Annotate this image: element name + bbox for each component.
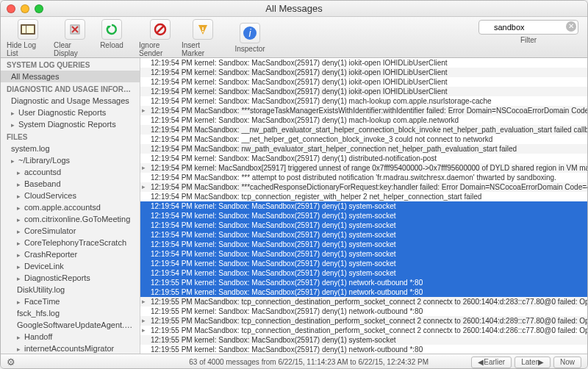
disclosure-icon[interactable]: ▸ (142, 163, 146, 173)
log-row[interactable]: ▸12:19:54 PM MacSandbox: ***cachedRespon… (140, 182, 587, 192)
sidebar-item[interactable]: accountsd (1, 166, 140, 178)
sidebar-item[interactable]: ~/Library/Logs (1, 154, 140, 166)
disclosure-icon[interactable]: ▸ (142, 297, 146, 307)
sidebar-item[interactable]: System Diagnostic Reports (1, 118, 140, 130)
panel-icon (18, 19, 38, 40)
sidebar-item[interactable]: CoreSimulator (1, 225, 140, 237)
sidebar-item[interactable]: Diagnostic and Usage Messages (1, 95, 140, 107)
sidebar-item[interactable]: FaceTime (1, 295, 140, 307)
sidebar-section-header: FILES (1, 130, 140, 143)
clear-display-button[interactable]: Clear Display (54, 19, 96, 57)
sidebar-item[interactable]: CrashReporter (1, 248, 140, 260)
toolbar: Hide Log List Clear Display Reload Ignor… (1, 17, 587, 58)
log-row[interactable]: 12:19:54 PM kernel: Sandbox: MacSandbox(… (140, 201, 587, 211)
log-row[interactable]: 12:19:54 PM kernel: Sandbox: MacSandbox(… (140, 87, 587, 96)
log-row[interactable]: 12:19:54 PM kernel: Sandbox: MacSandbox(… (140, 154, 587, 163)
info-icon: i (240, 23, 260, 43)
statusbar: ⚙ 63 of 4000 messages from 6/22/15, 11:1… (1, 354, 587, 369)
log-content[interactable]: 12:19:54 PM kernel: Sandbox: MacSandbox(… (140, 58, 587, 354)
log-row[interactable]: 12:19:54 PM kernel: Sandbox: MacSandbox(… (140, 68, 587, 77)
gear-icon[interactable]: ⚙ (7, 357, 15, 368)
disclosure-icon[interactable]: ▸ (142, 316, 146, 326)
ignore-icon (150, 19, 171, 40)
ignore-sender-button[interactable]: Ignore Sender (139, 19, 182, 57)
svg-rect-1 (22, 26, 26, 33)
earlier-button[interactable]: ◀ Earlier (471, 357, 512, 368)
log-row[interactable]: 12:19:54 PM kernel: Sandbox: MacSandbox(… (140, 77, 587, 87)
insert-marker-button[interactable]: Insert Marker (182, 19, 224, 57)
sidebar-item[interactable]: DiskUtility.log (1, 284, 140, 295)
sidebar: SYSTEM LOG QUERIESAll MessagesDIAGNOSTIC… (1, 58, 140, 354)
sidebar-item[interactable]: Handoff (1, 331, 140, 343)
now-button[interactable]: Now (553, 357, 581, 368)
log-row[interactable]: 12:19:54 PM kernel: Sandbox: MacSandbox(… (140, 115, 587, 125)
sidebar-item[interactable]: Baseband (1, 178, 140, 190)
sidebar-item[interactable]: DeviceLink (1, 260, 140, 272)
inspector-button[interactable]: i Inspector (229, 23, 271, 53)
log-row[interactable]: ▸12:19:55 PM MacSandbox: tcp_connection_… (140, 326, 587, 335)
svg-line-8 (157, 26, 164, 33)
sidebar-item[interactable]: system.log (1, 143, 140, 154)
disclosure-icon[interactable]: ▸ (142, 326, 146, 335)
sidebar-item[interactable]: GoogleSoftwareUpdateAgent.log (1, 319, 140, 331)
log-row[interactable]: 12:19:54 PM MacSandbox: *** attempt to p… (140, 173, 587, 182)
log-row[interactable]: 12:19:54 PM MacSandbox: tcp_connection_r… (140, 192, 587, 201)
marker-icon (193, 19, 213, 40)
log-row[interactable]: ▸12:19:55 PM MacSandbox: tcp_connection_… (140, 316, 587, 326)
later-button[interactable]: Later ▶ (514, 357, 551, 368)
log-row[interactable]: 12:19:55 PM kernel: Sandbox: MacSandbox(… (140, 278, 587, 287)
log-row[interactable]: 12:19:54 PM kernel: Sandbox: MacSandbox(… (140, 221, 587, 230)
titlebar: All Messages (1, 1, 587, 17)
filter-label: Filter (520, 36, 537, 44)
log-row[interactable]: ▸12:19:54 PM kernel: MacSandbox[25917] t… (140, 163, 587, 173)
sidebar-item[interactable]: com.citrixonline.GoToMeeting (1, 213, 140, 225)
sidebar-item[interactable]: All Messages (1, 71, 140, 82)
log-row[interactable]: 12:19:54 PM MacSandbox: nw_path_evaluato… (140, 144, 587, 154)
sidebar-item[interactable]: com.apple.accountsd (1, 201, 140, 213)
status-summary: 63 of 4000 messages from 6/22/15, 11:14:… (146, 358, 471, 366)
log-row[interactable]: 12:19:54 PM kernel: Sandbox: MacSandbox(… (140, 211, 587, 221)
log-row[interactable]: 12:19:54 PM kernel: Sandbox: MacSandbox(… (140, 58, 587, 68)
log-row[interactable]: 12:19:54 PM kernel: Sandbox: MacSandbox(… (140, 230, 587, 240)
log-row[interactable]: 12:19:54 PM kernel: Sandbox: MacSandbox(… (140, 268, 587, 278)
sidebar-item[interactable]: CoreTelephonyTraceScratch (1, 237, 140, 248)
log-row[interactable]: 12:19:54 PM kernel: Sandbox: MacSandbox(… (140, 249, 587, 259)
disclosure-icon[interactable]: ▸ (142, 106, 146, 115)
sidebar-section-header: SYSTEM LOG QUERIES (1, 58, 140, 71)
clear-icon (65, 19, 85, 40)
sidebar-item[interactable]: fsck_hfs.log (1, 307, 140, 319)
reload-button[interactable]: Reload (96, 19, 127, 57)
filter-input[interactable] (478, 20, 578, 35)
log-row[interactable]: 12:19:55 PM kernel: Sandbox: MacSandbox(… (140, 345, 587, 354)
sidebar-item[interactable]: DiagnosticReports (1, 272, 140, 284)
svg-rect-2 (26, 26, 34, 33)
log-row[interactable]: 12:19:55 PM kernel: Sandbox: MacSandbox(… (140, 335, 587, 345)
svg-point-11 (202, 31, 204, 32)
log-row[interactable]: 12:19:55 PM kernel: Sandbox: MacSandbox(… (140, 287, 587, 297)
sidebar-section-header: DIAGNOSTIC AND USAGE INFORMATI… (1, 82, 140, 95)
log-row[interactable]: 12:19:55 PM kernel: Sandbox: MacSandbox(… (140, 307, 587, 316)
sidebar-item[interactable]: CloudServices (1, 190, 140, 201)
disclosure-icon[interactable]: ▸ (142, 182, 146, 192)
log-row[interactable]: 12:19:54 PM kernel: Sandbox: MacSandbox(… (140, 259, 587, 268)
log-row[interactable]: ▸12:19:54 PM MacSandbox: ***storageTaskM… (140, 106, 587, 115)
hide-log-list-button[interactable]: Hide Log List (7, 19, 49, 57)
log-row[interactable]: 12:19:54 PM kernel: Sandbox: MacSandbox(… (140, 240, 587, 249)
reload-icon (101, 19, 122, 40)
log-row[interactable]: ▸12:19:55 PM MacSandbox: tcp_connection_… (140, 297, 587, 307)
sidebar-item[interactable]: User Diagnostic Reports (1, 107, 140, 118)
sidebar-item[interactable]: internetAccountsMigrator (1, 343, 140, 354)
clear-filter-button[interactable]: ✕ (566, 21, 576, 32)
window-title: All Messages (1, 3, 587, 14)
log-row[interactable]: 12:19:54 PM kernel: Sandbox: MacSandbox(… (140, 96, 587, 106)
log-row[interactable]: 12:19:54 PM MacSandbox: __nw_path_evalua… (140, 125, 587, 135)
log-row[interactable]: 12:19:54 PM MacSandbox: __net_helper_get… (140, 135, 587, 144)
